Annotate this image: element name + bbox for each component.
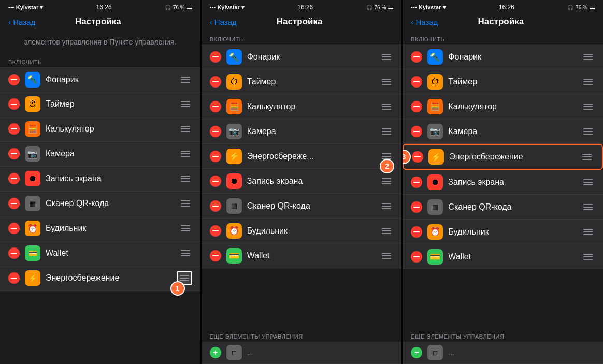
- plus-button[interactable]: [210, 347, 221, 358]
- drag-handle[interactable]: [581, 77, 595, 87]
- minus-button[interactable]: [8, 223, 20, 234]
- app-icon: ⚡: [226, 149, 242, 164]
- minus-button[interactable]: [210, 151, 221, 162]
- time-3: 16:26: [499, 4, 514, 11]
- app-icon-3: ◻: [427, 345, 443, 360]
- list-item: 🔦 Фонарик: [0, 67, 200, 92]
- minus-button[interactable]: [411, 251, 422, 263]
- minus-button[interactable]: [210, 200, 221, 212]
- item-label: Будильник: [247, 226, 380, 236]
- drag-handle[interactable]: [179, 198, 192, 209]
- minus-button[interactable]: [411, 177, 422, 188]
- item-label: Таймер: [247, 77, 380, 86]
- app-icon: 🔦: [25, 72, 40, 88]
- drag-handle[interactable]: [581, 177, 595, 187]
- minus-button[interactable]: [8, 123, 20, 135]
- drag-handle[interactable]: [179, 99, 192, 109]
- item-label: Камера: [247, 127, 380, 136]
- minus-button[interactable]: [8, 148, 20, 159]
- drag-handle[interactable]: [380, 52, 393, 62]
- drag-handle[interactable]: [179, 149, 192, 159]
- minus-button[interactable]: [210, 225, 221, 237]
- battery-icon-2: ▬: [388, 5, 393, 10]
- drag-handle[interactable]: [179, 124, 192, 134]
- list-item: 🧮 Калькулятор: [202, 94, 402, 119]
- list-1: 🔦 Фонарик ⏱ Таймер 🧮 Калькулятор 📷 Камер…: [0, 67, 200, 364]
- list-item: ⏱ Таймер: [403, 69, 603, 94]
- drag-handle[interactable]: [380, 226, 393, 236]
- minus-button[interactable]: [210, 126, 221, 137]
- minus-button[interactable]: [8, 173, 20, 184]
- item-label: Калькулятор: [448, 102, 581, 111]
- minus-button[interactable]: [8, 272, 20, 284]
- list-2: 🔦 Фонарик ⏱ Таймер 🧮 Калькулятор 📷 Камер…: [202, 45, 402, 329]
- nav-bar-1: ‹ Назад Настройка: [0, 14, 200, 31]
- app-icon: ⏰: [226, 223, 242, 239]
- back-button-1[interactable]: ‹ Назад: [8, 18, 35, 26]
- minus-button[interactable]: [8, 98, 20, 110]
- section-header-2: ВКЛЮЧИТЬ: [202, 31, 402, 45]
- drag-handle[interactable]: [380, 77, 393, 87]
- minus-button[interactable]: [210, 76, 221, 88]
- item-label: Сканер QR-кода: [247, 201, 380, 211]
- minus-button[interactable]: [210, 176, 221, 187]
- minus-button[interactable]: [411, 201, 422, 213]
- carrier-signal-2: ▪▪▪ Kyivstar ▾: [210, 4, 245, 11]
- drag-handle[interactable]: [179, 75, 192, 85]
- headphones-icon-2: 🎧: [366, 5, 372, 10]
- nav-bar-2: ‹ Назад Настройка: [202, 14, 402, 31]
- plus-button-3[interactable]: [411, 347, 422, 358]
- minus-button[interactable]: [411, 226, 422, 238]
- item-label: Калькулятор: [46, 124, 179, 134]
- app-icon: 🧮: [427, 99, 443, 114]
- status-bar-2: ▪▪▪ Kyivstar ▾ 16:26 🎧 76 % ▬: [202, 0, 402, 14]
- back-button-2[interactable]: ‹ Назад: [210, 18, 237, 26]
- minus-button[interactable]: [210, 51, 221, 63]
- item-label: Калькулятор: [247, 102, 380, 111]
- item-label: Будильник: [448, 227, 581, 237]
- list-3: 🔦 Фонарик ⏱ Таймер 🧮 Калькулятор 📷 Камер…: [403, 45, 603, 329]
- drag-handle[interactable]: [581, 126, 595, 137]
- minus-button[interactable]: [412, 151, 423, 163]
- app-icon: 🔦: [226, 49, 242, 65]
- item-label: Запись экрана: [247, 177, 380, 186]
- app-icon: ⏱: [226, 74, 242, 90]
- drag-handle[interactable]: [380, 201, 393, 211]
- drag-handle[interactable]: [380, 176, 393, 186]
- drag-handle[interactable]: [581, 252, 595, 262]
- app-icon: ▦: [25, 196, 40, 211]
- minus-button[interactable]: [8, 198, 20, 209]
- minus-button[interactable]: [411, 126, 422, 137]
- drag-handle[interactable]: [380, 126, 393, 137]
- battery-percent-2: 76 %: [375, 5, 386, 10]
- headphones-icon-1: 🎧: [165, 5, 171, 10]
- drag-handle[interactable]: [581, 202, 595, 212]
- drag-handle[interactable]: [581, 227, 595, 237]
- list-item: ▦ Сканер QR-кода: [202, 194, 402, 219]
- minus-button[interactable]: [411, 101, 422, 112]
- battery-percent-3: 76 %: [576, 5, 587, 10]
- drag-handle[interactable]: [179, 248, 192, 258]
- drag-handle[interactable]: [581, 52, 595, 62]
- drag-handle[interactable]: [580, 152, 594, 162]
- section-footer-2: ЕЩЕ ЭЛЕМЕНТЫ УПРАВЛЕНИЯ: [202, 329, 402, 342]
- drag-handle[interactable]: [179, 223, 192, 234]
- app-icon: 🧮: [25, 121, 40, 137]
- minus-button[interactable]: [411, 76, 422, 88]
- drag-handle[interactable]: [380, 251, 393, 261]
- minus-button[interactable]: [8, 247, 20, 259]
- app-icon: ⏺: [25, 171, 40, 186]
- drag-handle[interactable]: [179, 173, 192, 184]
- carrier-signal-3: ▪▪▪ Kyivstar ▾: [411, 4, 446, 11]
- nav-title-3: Настройка: [478, 17, 524, 27]
- time-2: 16:26: [297, 4, 313, 11]
- minus-button[interactable]: [411, 51, 422, 63]
- battery-icon-1: ▬: [187, 5, 192, 10]
- drag-handle[interactable]: [581, 101, 595, 112]
- battery-area-3: 🎧 76 % ▬: [567, 5, 595, 10]
- minus-button[interactable]: [210, 250, 221, 261]
- back-button-3[interactable]: ‹ Назад: [411, 18, 438, 26]
- minus-button[interactable]: [8, 74, 20, 85]
- drag-handle[interactable]: [380, 101, 393, 112]
- minus-button[interactable]: [210, 101, 221, 112]
